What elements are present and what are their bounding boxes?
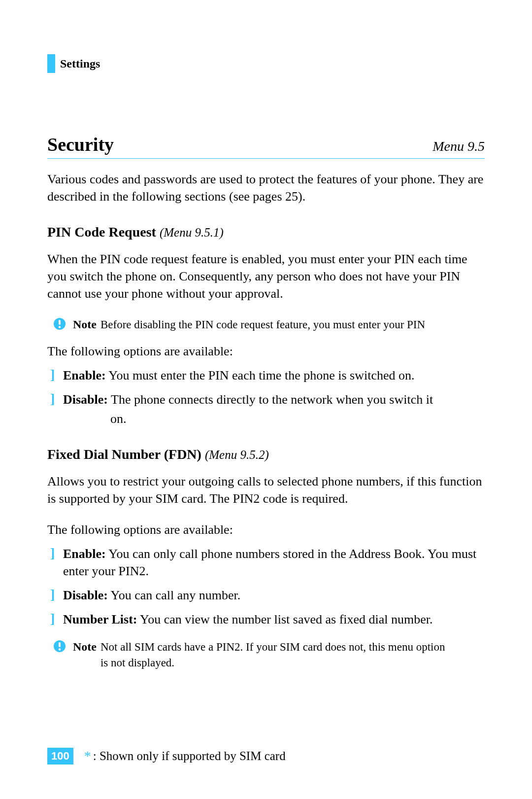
title-row: Security Menu 9.5 xyxy=(47,132,485,159)
option-text: The phone connects directly to the netwo… xyxy=(108,392,433,407)
fdn-note: Note Not all SIM cards have a PIN2. If y… xyxy=(53,639,485,670)
pin-heading-text: PIN Code Request xyxy=(47,224,156,240)
bullet-icon: ] xyxy=(50,588,63,601)
bullet-icon: ] xyxy=(50,546,63,560)
option-text: You can only call phone numbers stored i… xyxy=(63,547,476,578)
footnote-text: : Shown only if supported by SIM card xyxy=(93,749,286,763)
section-header: Settings xyxy=(47,54,485,73)
option-label: Disable: xyxy=(63,392,108,407)
option-label: Enable: xyxy=(63,547,106,561)
option-label: Disable: xyxy=(63,588,108,602)
list-item: ] Enable: You must enter the PIN each ti… xyxy=(50,367,485,384)
accent-bar-icon xyxy=(47,54,55,73)
list-item: ] Number List: You can view the number l… xyxy=(50,611,485,628)
list-item: ] Disable: The phone connects directly t… xyxy=(50,391,485,427)
bullet-icon: ] xyxy=(50,612,63,625)
fdn-options-list: ] Enable: You can only call phone number… xyxy=(47,545,485,628)
svg-rect-4 xyxy=(59,642,61,647)
fdn-heading: Fixed Dial Number (FDN) (Menu 9.5.2) xyxy=(47,445,485,464)
pin-body: When the PIN code request feature is ena… xyxy=(47,250,485,302)
alert-icon xyxy=(53,317,66,335)
svg-point-2 xyxy=(59,326,61,328)
page-number: 100 xyxy=(47,748,73,764)
option-label: Enable: xyxy=(63,368,106,382)
intro-paragraph: Various codes and passwords are used to … xyxy=(47,171,485,205)
fdn-menu-ref: (Menu 9.5.2) xyxy=(205,448,269,461)
list-item: ] Enable: You can only call phone number… xyxy=(50,545,485,580)
fdn-options-intro: The following options are available: xyxy=(47,521,485,538)
note-label: Note xyxy=(73,639,97,655)
section-label: Settings xyxy=(60,56,100,71)
pin-options-intro: The following options are available: xyxy=(47,343,485,360)
footnote-star-icon: * xyxy=(84,748,91,764)
pin-note: Note Before disabling the PIN code reque… xyxy=(53,316,485,335)
bullet-icon: ] xyxy=(50,392,63,406)
page-title: Security xyxy=(47,132,114,157)
option-label: Number List: xyxy=(63,612,137,626)
note-text: Before disabling the PIN code request fe… xyxy=(100,317,425,332)
document-page: Settings Security Menu 9.5 Various codes… xyxy=(0,0,532,799)
option-text-cont: on. xyxy=(110,410,485,427)
option-text: You can call any number. xyxy=(108,588,240,602)
svg-point-5 xyxy=(59,649,61,651)
option-text: You can view the number list saved as fi… xyxy=(137,612,432,626)
menu-ref: Menu 9.5 xyxy=(432,137,485,156)
pin-options-list: ] Enable: You must enter the PIN each ti… xyxy=(47,367,485,427)
pin-heading: PIN Code Request (Menu 9.5.1) xyxy=(47,223,485,242)
svg-rect-1 xyxy=(59,320,61,325)
list-item: ] Disable: You can call any number. xyxy=(50,587,485,604)
note-label: Note xyxy=(73,316,97,332)
bullet-icon: ] xyxy=(50,368,63,382)
fdn-heading-text: Fixed Dial Number (FDN) xyxy=(47,447,201,462)
page-footer: 100 * : Shown only if supported by SIM c… xyxy=(47,748,286,764)
note-text: Not all SIM cards have a PIN2. If your S… xyxy=(100,639,455,670)
option-text: You must enter the PIN each time the pho… xyxy=(106,368,415,382)
pin-menu-ref: (Menu 9.5.1) xyxy=(160,226,224,239)
fdn-body: Allows you to restrict your outgoing cal… xyxy=(47,473,485,507)
alert-icon xyxy=(53,640,66,657)
